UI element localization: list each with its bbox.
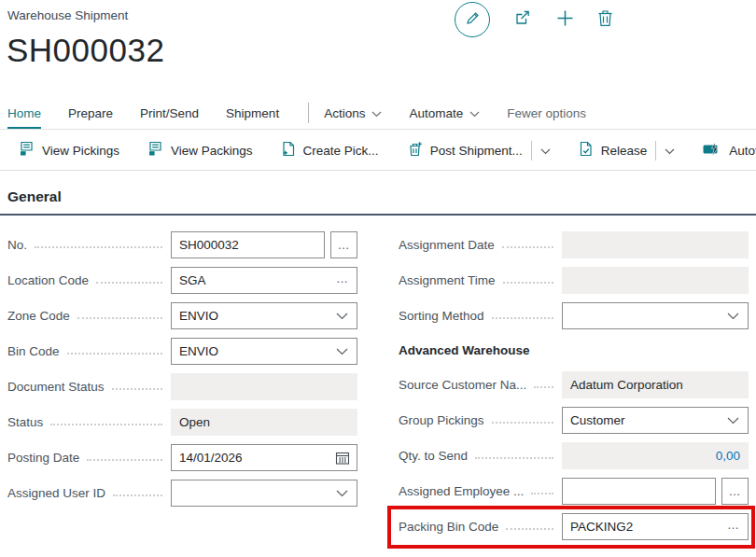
right-column: Assignment Date Assignment Time Sorting … (399, 231, 753, 549)
leader-dots (506, 528, 553, 530)
edit-button[interactable] (455, 2, 490, 37)
sorting-method-select[interactable] (562, 302, 749, 329)
tab-print-send[interactable]: Print/Send (140, 106, 199, 129)
chevron-down-icon (665, 142, 675, 159)
sorting-method-input[interactable] (563, 309, 723, 323)
general-section-header[interactable]: General (0, 188, 756, 216)
field-row-bin-code: Bin Code (7, 338, 357, 365)
field-label: Packing Bin Code (399, 520, 498, 534)
toolbar-label: View Packings (171, 144, 253, 158)
packing-bin-code-input[interactable] (563, 520, 723, 534)
field-row-no: No. … (7, 231, 357, 258)
chevron-down-icon (371, 106, 382, 120)
menu-automate-label: Automate (409, 106, 463, 120)
source-customer-name-value: Adatum Corporation (562, 371, 749, 398)
page-title: SH000032 (7, 32, 164, 69)
view-pickings-icon (19, 141, 35, 160)
leader-dots (113, 494, 162, 496)
toolbar-divider (655, 141, 656, 160)
field-row-status: Status Open (7, 409, 357, 436)
bin-code-select[interactable] (171, 338, 357, 365)
leader-dots (87, 459, 162, 461)
view-packings-icon (147, 141, 163, 160)
leader-dots (503, 282, 553, 284)
field-row-zone-code: Zone Code (7, 302, 357, 329)
menu-actions[interactable]: Actions (324, 106, 382, 129)
tab-shipment[interactable]: Shipment (226, 106, 279, 129)
chevron-down-icon[interactable] (332, 490, 357, 497)
new-button[interactable] (556, 9, 574, 30)
tab-home[interactable]: Home (7, 106, 41, 129)
delete-button[interactable] (597, 9, 613, 30)
group-pickings-input[interactable] (563, 413, 723, 427)
assigned-employee-assist-button[interactable]: … (721, 478, 749, 505)
field-label: Document Status (7, 380, 105, 394)
field-label: Assigned User ID (7, 486, 105, 500)
menu-bar: Home Prepare Print/Send Shipment Actions… (0, 98, 756, 130)
breadcrumb[interactable]: Warehouse Shipment (7, 8, 128, 22)
post-shipment-button[interactable]: Post Shipment... (407, 141, 523, 160)
zone-code-input[interactable] (172, 309, 332, 323)
chevron-down-icon (540, 142, 551, 159)
bin-code-input[interactable] (172, 344, 332, 358)
fewer-options[interactable]: Fewer options (507, 106, 586, 129)
menu-actions-label: Actions (324, 106, 365, 120)
release-button[interactable]: Release (579, 141, 648, 160)
field-row-posting-date: Posting Date (7, 444, 357, 471)
field-label: Assignment Date (399, 238, 495, 252)
chevron-down-icon[interactable] (332, 348, 357, 355)
field-label: Zone Code (7, 309, 70, 323)
share-button[interactable] (513, 9, 533, 30)
chevron-down-icon[interactable] (723, 313, 748, 320)
chevron-down-icon[interactable] (332, 313, 357, 320)
warehouse-shipment-page: Warehouse Shipment SH000032 Home Prepare (0, 0, 756, 557)
zone-code-select[interactable] (171, 302, 357, 329)
left-column: No. … Location Code … Zone Code Bin (7, 231, 357, 515)
leader-dots (531, 493, 553, 494)
no-assist-button[interactable]: … (330, 231, 357, 258)
view-packings-button[interactable]: View Packings (147, 141, 253, 160)
document-status-value (171, 373, 357, 400)
field-label: Bin Code (7, 344, 60, 358)
calendar-icon[interactable] (331, 451, 357, 466)
menu-automate[interactable]: Automate (409, 106, 480, 129)
location-code-input[interactable] (172, 273, 332, 287)
tab-prepare[interactable]: Prepare (68, 106, 113, 129)
field-row-assigned-user-id: Assigned User ID (7, 480, 357, 507)
packing-bin-code-lookup[interactable]: … (723, 518, 748, 536)
release-dropdown[interactable] (665, 142, 675, 159)
post-shipment-icon (407, 141, 423, 160)
general-fields: No. … Location Code … Zone Code Bin (7, 231, 756, 549)
group-pickings-select[interactable] (562, 407, 749, 434)
autofill-qty-button[interactable]: Autofill Qty. to Sh (703, 142, 756, 160)
field-label: Assigned Employee ... (399, 484, 524, 498)
assigned-user-id-select[interactable] (171, 480, 357, 507)
trash-icon (597, 9, 613, 30)
create-pick-button[interactable]: Create Pick... (281, 141, 379, 160)
location-code-lookup[interactable]: … (332, 272, 357, 289)
leader-dots (475, 457, 553, 459)
action-toolbar: View Pickings View Packings Create Pick.… (0, 131, 756, 171)
leader-dots (35, 246, 162, 248)
field-row-assignment-date: Assignment Date (399, 231, 753, 258)
page-action-bar (455, 2, 613, 37)
post-shipment-dropdown[interactable] (540, 142, 551, 159)
no-input[interactable] (172, 238, 324, 252)
plus-icon (556, 9, 574, 30)
toolbar-label: Create Pick... (303, 144, 379, 158)
field-row-assigned-employee: Assigned Employee ... … (399, 478, 753, 505)
assigned-employee-input[interactable] (563, 484, 715, 498)
chevron-down-icon[interactable] (723, 417, 748, 425)
field-label: Qty. to Send (399, 449, 468, 463)
field-label: No. (7, 238, 27, 252)
field-label: Source Customer Na... (399, 378, 526, 392)
section-title: General (7, 188, 62, 214)
field-label: Assignment Time (399, 273, 496, 287)
qty-to-send-value[interactable]: 0,00 (562, 442, 749, 469)
toolbar-label: View Pickings (42, 144, 119, 158)
view-pickings-button[interactable]: View Pickings (19, 141, 119, 160)
posting-date-input[interactable] (172, 451, 331, 465)
assigned-user-id-input[interactable] (172, 486, 332, 500)
toolbar-label: Autofill Qty. to Sh (729, 144, 756, 158)
status-value: Open (171, 409, 357, 436)
